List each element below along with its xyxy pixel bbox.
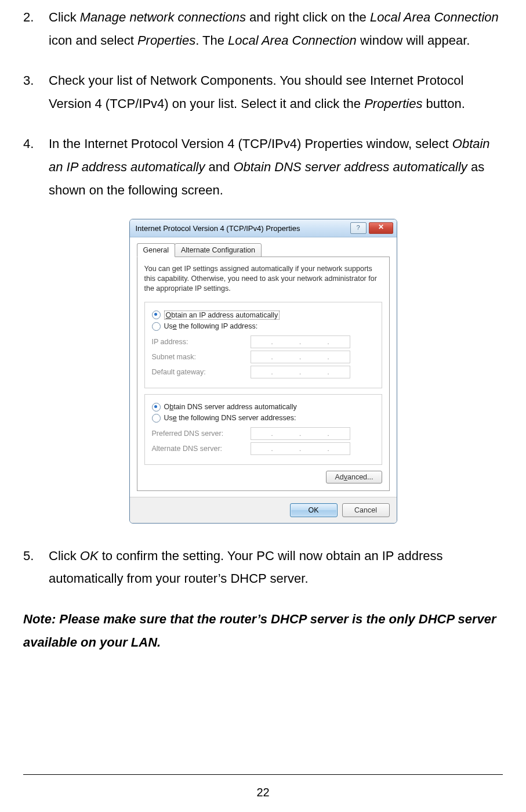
input-default-gateway: . . .	[251, 366, 350, 378]
radio-icon	[152, 322, 161, 331]
step-3-body: Check your list of Network Components. Y…	[49, 69, 503, 115]
page-number: 22	[0, 786, 526, 799]
tab-general[interactable]: General	[137, 243, 175, 257]
radio-icon	[152, 414, 161, 423]
step-3-number: 3.	[23, 69, 49, 115]
step-2-body: Click Manage network connections and rig…	[49, 6, 503, 52]
dialog-title: Internet Protocol Version 4 (TCP/IPv4) P…	[136, 224, 300, 233]
step-3: 3. Check your list of Network Components…	[23, 69, 503, 115]
dialog-titlebar[interactable]: Internet Protocol Version 4 (TCP/IPv4) P…	[130, 219, 397, 237]
help-text: You can get IP settings assigned automat…	[144, 264, 382, 294]
label-subnet-mask: Subnet mask:	[152, 353, 251, 361]
radio-use-following-dns[interactable]: Use the following DNS server addresses:	[152, 414, 375, 423]
ok-button[interactable]: OK	[290, 503, 338, 517]
input-preferred-dns: . . .	[251, 427, 350, 440]
radio-obtain-ip-auto[interactable]: Obtain an IP address automatically	[152, 311, 375, 320]
radio-use-following-ip[interactable]: Use the following IP address:	[152, 322, 375, 331]
cancel-button[interactable]: Cancel	[342, 503, 390, 517]
step-2: 2. Click Manage network connections and …	[23, 6, 503, 52]
radio-label: Obtain an IP address automatically	[164, 311, 280, 320]
step-4-number: 4.	[23, 132, 49, 201]
advanced-button[interactable]: Advanced...	[326, 471, 382, 483]
radio-label: Use the following IP address:	[164, 322, 258, 330]
ipv4-properties-dialog: Internet Protocol Version 4 (TCP/IPv4) P…	[129, 219, 397, 524]
note: Note: Please make sure that the router’s…	[23, 608, 503, 654]
footer-separator	[23, 774, 503, 775]
radio-icon	[152, 311, 161, 319]
ip-group: Obtain an IP address automatically Use t…	[144, 302, 382, 388]
radio-icon	[152, 403, 161, 412]
dns-group: Obtain DNS server address automatically …	[144, 394, 382, 465]
close-button[interactable]: ✕	[369, 222, 393, 234]
input-alternate-dns: . . .	[251, 442, 350, 455]
label-default-gateway: Default gateway:	[152, 368, 251, 376]
radio-obtain-dns-auto[interactable]: Obtain DNS server address automatically	[152, 403, 375, 412]
tab-panel-general: You can get IP settings assigned automat…	[137, 257, 390, 491]
step-5-body: Click OK to confirm the setting. Your PC…	[49, 544, 503, 590]
step-4-body: In the Internet Protocol Version 4 (TCP/…	[49, 132, 503, 201]
tabstrip: General Alternate Configuration	[137, 243, 390, 257]
radio-label: Obtain DNS server address automatically	[164, 403, 297, 411]
input-ip-address: . . .	[251, 335, 350, 348]
help-button[interactable]: ?	[350, 222, 367, 234]
step-5: 5. Click OK to confirm the setting. Your…	[23, 544, 503, 590]
radio-label: Use the following DNS server addresses:	[164, 414, 296, 422]
tab-alternate-configuration[interactable]: Alternate Configuration	[175, 243, 262, 257]
label-ip-address: IP address:	[152, 338, 251, 346]
step-5-number: 5.	[23, 544, 49, 590]
label-preferred-dns: Preferred DNS server:	[152, 430, 251, 438]
label-alternate-dns: Alternate DNS server:	[152, 445, 251, 453]
input-subnet-mask: . . .	[251, 351, 350, 363]
step-4: 4. In the Internet Protocol Version 4 (T…	[23, 132, 503, 201]
step-2-number: 2.	[23, 6, 49, 52]
